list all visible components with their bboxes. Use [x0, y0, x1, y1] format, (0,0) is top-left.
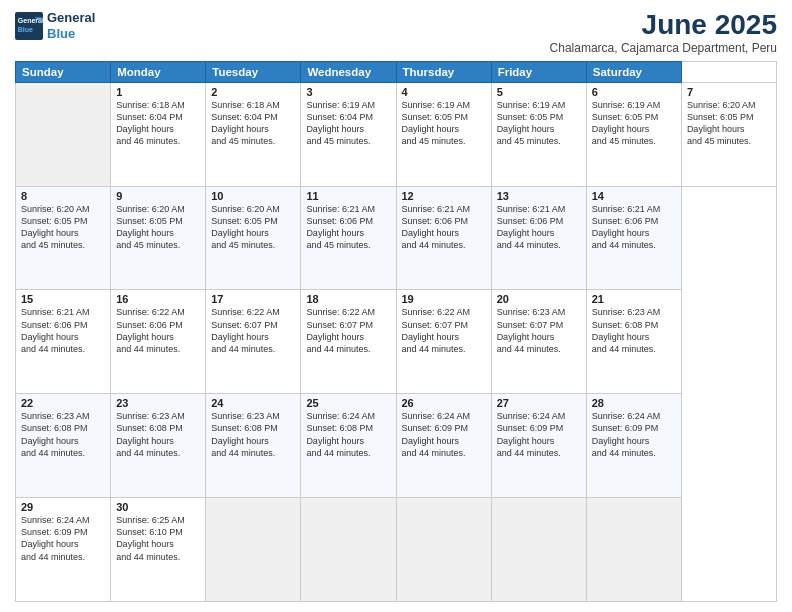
col-header-wednesday: Wednesday	[301, 61, 396, 82]
day-number: 12	[402, 190, 486, 202]
day-info: Sunrise: 6:22 AMSunset: 6:07 PMDaylight …	[402, 306, 486, 355]
day-info: Sunrise: 6:21 AMSunset: 6:06 PMDaylight …	[306, 203, 390, 252]
day-cell-26: 26Sunrise: 6:24 AMSunset: 6:09 PMDayligh…	[396, 394, 491, 498]
day-number: 30	[116, 501, 200, 513]
empty-cell	[206, 498, 301, 602]
day-info: Sunrise: 6:19 AMSunset: 6:05 PMDaylight …	[592, 99, 676, 148]
day-number: 29	[21, 501, 105, 513]
day-info: Sunrise: 6:21 AMSunset: 6:06 PMDaylight …	[402, 203, 486, 252]
svg-text:Blue: Blue	[18, 25, 33, 32]
day-cell-30: 30Sunrise: 6:25 AMSunset: 6:10 PMDayligh…	[111, 498, 206, 602]
day-number: 7	[687, 86, 771, 98]
day-info: Sunrise: 6:21 AMSunset: 6:06 PMDaylight …	[592, 203, 676, 252]
day-number: 27	[497, 397, 581, 409]
day-cell-15: 15Sunrise: 6:21 AMSunset: 6:06 PMDayligh…	[16, 290, 111, 394]
day-info: Sunrise: 6:18 AMSunset: 6:04 PMDaylight …	[211, 99, 295, 148]
day-number: 26	[402, 397, 486, 409]
calendar-week-5: 29Sunrise: 6:24 AMSunset: 6:09 PMDayligh…	[16, 498, 777, 602]
day-info: Sunrise: 6:21 AMSunset: 6:06 PMDaylight …	[497, 203, 581, 252]
empty-cell	[491, 498, 586, 602]
day-info: Sunrise: 6:23 AMSunset: 6:07 PMDaylight …	[497, 306, 581, 355]
day-cell-20: 20Sunrise: 6:23 AMSunset: 6:07 PMDayligh…	[491, 290, 586, 394]
day-cell-9: 9Sunrise: 6:20 AMSunset: 6:05 PMDaylight…	[111, 186, 206, 290]
col-header-thursday: Thursday	[396, 61, 491, 82]
day-info: Sunrise: 6:25 AMSunset: 6:10 PMDaylight …	[116, 514, 200, 563]
day-info: Sunrise: 6:19 AMSunset: 6:05 PMDaylight …	[497, 99, 581, 148]
month-title: June 2025	[550, 10, 777, 41]
day-number: 23	[116, 397, 200, 409]
title-block: June 2025 Chalamarca, Cajamarca Departme…	[550, 10, 777, 55]
day-cell-6: 6Sunrise: 6:19 AMSunset: 6:05 PMDaylight…	[586, 82, 681, 186]
day-number: 22	[21, 397, 105, 409]
day-info: Sunrise: 6:19 AMSunset: 6:04 PMDaylight …	[306, 99, 390, 148]
logo-icon: General Blue	[15, 12, 43, 40]
day-info: Sunrise: 6:22 AMSunset: 6:07 PMDaylight …	[211, 306, 295, 355]
calendar-week-3: 15Sunrise: 6:21 AMSunset: 6:06 PMDayligh…	[16, 290, 777, 394]
day-number: 17	[211, 293, 295, 305]
day-number: 25	[306, 397, 390, 409]
day-cell-28: 28Sunrise: 6:24 AMSunset: 6:09 PMDayligh…	[586, 394, 681, 498]
day-cell-17: 17Sunrise: 6:22 AMSunset: 6:07 PMDayligh…	[206, 290, 301, 394]
day-cell-12: 12Sunrise: 6:21 AMSunset: 6:06 PMDayligh…	[396, 186, 491, 290]
day-cell-13: 13Sunrise: 6:21 AMSunset: 6:06 PMDayligh…	[491, 186, 586, 290]
calendar-week-2: 8Sunrise: 6:20 AMSunset: 6:05 PMDaylight…	[16, 186, 777, 290]
day-info: Sunrise: 6:24 AMSunset: 6:09 PMDaylight …	[402, 410, 486, 459]
empty-cell	[301, 498, 396, 602]
subtitle: Chalamarca, Cajamarca Department, Peru	[550, 41, 777, 55]
day-info: Sunrise: 6:22 AMSunset: 6:07 PMDaylight …	[306, 306, 390, 355]
day-cell-3: 3Sunrise: 6:19 AMSunset: 6:04 PMDaylight…	[301, 82, 396, 186]
day-number: 14	[592, 190, 676, 202]
day-cell-14: 14Sunrise: 6:21 AMSunset: 6:06 PMDayligh…	[586, 186, 681, 290]
day-info: Sunrise: 6:20 AMSunset: 6:05 PMDaylight …	[116, 203, 200, 252]
day-cell-4: 4Sunrise: 6:19 AMSunset: 6:05 PMDaylight…	[396, 82, 491, 186]
day-cell-10: 10Sunrise: 6:20 AMSunset: 6:05 PMDayligh…	[206, 186, 301, 290]
col-header-friday: Friday	[491, 61, 586, 82]
day-cell-23: 23Sunrise: 6:23 AMSunset: 6:08 PMDayligh…	[111, 394, 206, 498]
col-header-sunday: Sunday	[16, 61, 111, 82]
day-info: Sunrise: 6:23 AMSunset: 6:08 PMDaylight …	[592, 306, 676, 355]
calendar-table: SundayMondayTuesdayWednesdayThursdayFrid…	[15, 61, 777, 602]
day-number: 11	[306, 190, 390, 202]
day-info: Sunrise: 6:23 AMSunset: 6:08 PMDaylight …	[116, 410, 200, 459]
day-info: Sunrise: 6:20 AMSunset: 6:05 PMDaylight …	[21, 203, 105, 252]
day-info: Sunrise: 6:23 AMSunset: 6:08 PMDaylight …	[211, 410, 295, 459]
day-cell-22: 22Sunrise: 6:23 AMSunset: 6:08 PMDayligh…	[16, 394, 111, 498]
day-info: Sunrise: 6:24 AMSunset: 6:08 PMDaylight …	[306, 410, 390, 459]
day-info: Sunrise: 6:24 AMSunset: 6:09 PMDaylight …	[497, 410, 581, 459]
day-cell-2: 2Sunrise: 6:18 AMSunset: 6:04 PMDaylight…	[206, 82, 301, 186]
day-number: 19	[402, 293, 486, 305]
day-cell-16: 16Sunrise: 6:22 AMSunset: 6:06 PMDayligh…	[111, 290, 206, 394]
day-cell-18: 18Sunrise: 6:22 AMSunset: 6:07 PMDayligh…	[301, 290, 396, 394]
empty-cell	[396, 498, 491, 602]
col-header-monday: Monday	[111, 61, 206, 82]
day-info: Sunrise: 6:21 AMSunset: 6:06 PMDaylight …	[21, 306, 105, 355]
day-number: 2	[211, 86, 295, 98]
day-number: 10	[211, 190, 295, 202]
day-cell-11: 11Sunrise: 6:21 AMSunset: 6:06 PMDayligh…	[301, 186, 396, 290]
day-number: 20	[497, 293, 581, 305]
page: General Blue General Blue June 2025 Chal…	[0, 0, 792, 612]
day-number: 21	[592, 293, 676, 305]
day-info: Sunrise: 6:20 AMSunset: 6:05 PMDaylight …	[211, 203, 295, 252]
day-cell-21: 21Sunrise: 6:23 AMSunset: 6:08 PMDayligh…	[586, 290, 681, 394]
empty-cell	[16, 82, 111, 186]
day-number: 13	[497, 190, 581, 202]
logo: General Blue General Blue	[15, 10, 95, 41]
day-info: Sunrise: 6:18 AMSunset: 6:04 PMDaylight …	[116, 99, 200, 148]
day-cell-8: 8Sunrise: 6:20 AMSunset: 6:05 PMDaylight…	[16, 186, 111, 290]
col-header-tuesday: Tuesday	[206, 61, 301, 82]
day-info: Sunrise: 6:20 AMSunset: 6:05 PMDaylight …	[687, 99, 771, 148]
day-cell-1: 1Sunrise: 6:18 AMSunset: 6:04 PMDaylight…	[111, 82, 206, 186]
day-number: 6	[592, 86, 676, 98]
empty-cell	[586, 498, 681, 602]
day-number: 1	[116, 86, 200, 98]
day-number: 3	[306, 86, 390, 98]
calendar-week-4: 22Sunrise: 6:23 AMSunset: 6:08 PMDayligh…	[16, 394, 777, 498]
day-cell-19: 19Sunrise: 6:22 AMSunset: 6:07 PMDayligh…	[396, 290, 491, 394]
logo-text: General Blue	[47, 10, 95, 41]
day-number: 8	[21, 190, 105, 202]
day-number: 24	[211, 397, 295, 409]
day-cell-29: 29Sunrise: 6:24 AMSunset: 6:09 PMDayligh…	[16, 498, 111, 602]
day-number: 15	[21, 293, 105, 305]
col-header-saturday: Saturday	[586, 61, 681, 82]
